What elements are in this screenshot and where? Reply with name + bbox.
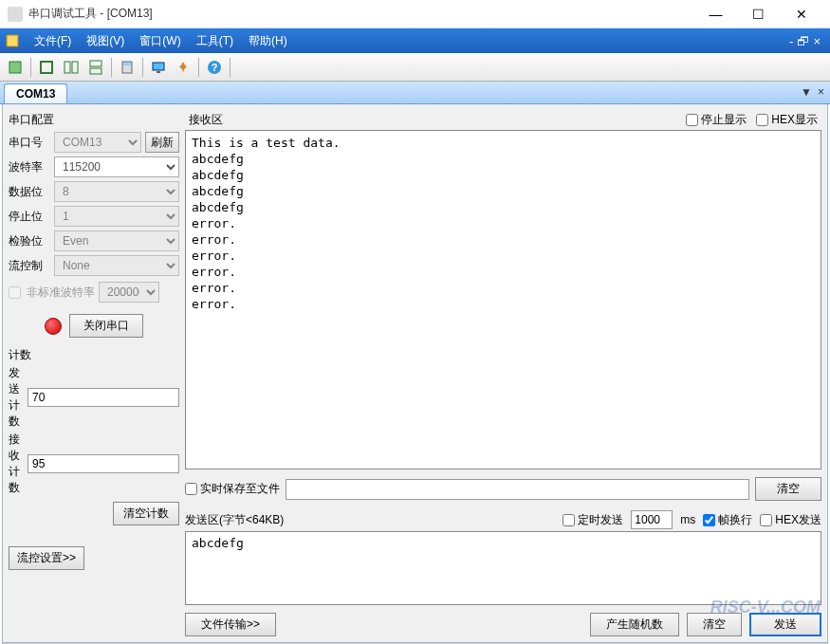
toolbar-pin-icon[interactable]: [172, 56, 194, 79]
save-path-input[interactable]: [286, 479, 749, 500]
send-button[interactable]: 发送: [749, 613, 821, 636]
realtime-save-label: 实时保存至文件: [200, 481, 280, 497]
mdi-restore-icon[interactable]: 🗗: [797, 34, 809, 48]
recv-count-label: 接收计数: [9, 432, 28, 496]
close-port-button[interactable]: 关闭串口: [69, 314, 143, 338]
parity-select[interactable]: Even: [54, 230, 179, 251]
nonstd-checkbox[interactable]: [9, 286, 21, 299]
clear-send-button[interactable]: 清空: [687, 613, 742, 636]
svg-rect-3: [65, 62, 70, 73]
baud-label: 波特率: [9, 159, 50, 175]
timed-send-checkbox[interactable]: [563, 514, 575, 526]
menu-tools[interactable]: 工具(T): [189, 30, 241, 52]
config-title: 串口配置: [9, 110, 179, 130]
nonstd-label: 非标准波特率: [27, 285, 95, 301]
ms-label: ms: [680, 513, 695, 526]
menu-file[interactable]: 文件(F): [27, 30, 79, 52]
parity-label: 检验位: [9, 233, 50, 249]
refresh-button[interactable]: 刷新: [145, 132, 179, 153]
clear-recv-button[interactable]: 清空: [755, 477, 821, 501]
hex-send-label: HEX发送: [775, 512, 821, 528]
menu-window[interactable]: 窗口(W): [132, 30, 188, 52]
recv-count-input[interactable]: [28, 454, 179, 473]
send-count-input[interactable]: [28, 388, 179, 407]
maximize-button[interactable]: ☐: [737, 1, 780, 28]
close-button[interactable]: ✕: [780, 1, 822, 28]
baud-select[interactable]: 115200: [54, 156, 179, 177]
svg-rect-9: [153, 63, 164, 70]
random-button[interactable]: 产生随机数: [590, 613, 679, 636]
svg-rect-8: [123, 63, 131, 65]
svg-rect-4: [72, 62, 78, 73]
timed-send-label: 定时发送: [578, 512, 623, 528]
toolbar-window2-icon[interactable]: [60, 56, 83, 79]
tab-com13[interactable]: COM13: [4, 83, 67, 103]
svg-rect-5: [90, 61, 101, 66]
data-select[interactable]: 8: [54, 181, 179, 202]
nonstd-select[interactable]: 200000: [99, 282, 159, 303]
svg-rect-1: [9, 62, 21, 73]
port-select[interactable]: COM13: [54, 132, 141, 153]
tab-dropdown-icon[interactable]: ▼: [801, 85, 812, 99]
wrap-label: 帧换行: [718, 512, 752, 528]
send-textarea[interactable]: [185, 531, 821, 605]
menubar-icon: [4, 32, 21, 49]
menu-view[interactable]: 视图(V): [79, 30, 132, 52]
count-title: 计数: [9, 345, 179, 365]
hex-display-checkbox[interactable]: [756, 114, 768, 126]
flow-settings-button[interactable]: 流控设置>>: [9, 546, 84, 570]
hex-send-checkbox[interactable]: [760, 514, 772, 526]
svg-text:?: ?: [212, 62, 218, 73]
port-status-icon: [45, 318, 62, 335]
file-transfer-button[interactable]: 文件传输>>: [185, 613, 276, 636]
toolbar-new-icon[interactable]: [4, 56, 27, 79]
tab-close-icon[interactable]: ×: [818, 85, 824, 99]
data-label: 数据位: [9, 184, 50, 200]
svg-rect-10: [157, 71, 160, 73]
stop-label: 停止位: [9, 209, 50, 225]
interval-input[interactable]: [631, 510, 673, 529]
window-title: 串口调试工具 - [COM13]: [28, 6, 694, 22]
svg-rect-6: [90, 68, 101, 74]
flow-label: 流控制: [9, 258, 50, 274]
mdi-minimize-icon[interactable]: -: [789, 34, 793, 48]
toolbar-window3-icon[interactable]: [84, 56, 107, 79]
clear-count-button[interactable]: 清空计数: [113, 502, 179, 525]
flow-select[interactable]: None: [54, 255, 179, 276]
toolbar-window1-icon[interactable]: [35, 56, 58, 79]
toolbar-help-icon[interactable]: ?: [203, 56, 226, 79]
mdi-close-icon[interactable]: ×: [813, 34, 821, 48]
app-icon: [8, 7, 23, 22]
realtime-save-checkbox[interactable]: [185, 483, 197, 495]
stop-display-label: 停止显示: [701, 112, 747, 128]
svg-rect-0: [7, 35, 18, 46]
recv-title: 接收区: [189, 112, 223, 128]
toolbar-calc-icon[interactable]: [116, 56, 138, 79]
menu-help[interactable]: 帮助(H): [241, 30, 295, 52]
stop-display-checkbox[interactable]: [686, 114, 698, 126]
minimize-button[interactable]: —: [694, 1, 737, 28]
stop-select[interactable]: 1: [54, 206, 179, 227]
port-label: 串口号: [9, 135, 50, 151]
svg-rect-2: [41, 62, 52, 73]
hex-display-label: HEX显示: [771, 112, 818, 128]
wrap-checkbox[interactable]: [703, 514, 715, 526]
send-title: 发送区(字节<64KB): [185, 512, 284, 528]
toolbar-monitor-icon[interactable]: [147, 56, 170, 79]
receive-textarea[interactable]: This is a test data. abcdefg abcdefg abc…: [185, 130, 821, 469]
send-count-label: 发送计数: [9, 365, 28, 430]
